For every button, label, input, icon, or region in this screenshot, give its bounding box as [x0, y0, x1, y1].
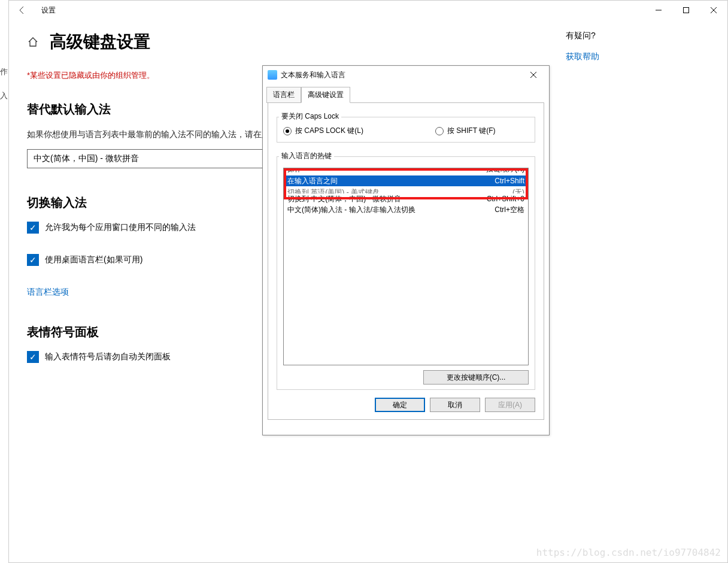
cutoff-text: 作 入 [0, 60, 9, 299]
tab-advanced-keys[interactable]: 高级键设置 [301, 87, 350, 103]
hotkey-header: 操作按键顺序(K) [284, 168, 528, 175]
titlebar: 设置 [9, 1, 727, 20]
langbar-label: 使用桌面语言栏(如果可用) [45, 255, 142, 265]
window-title: 设置 [41, 5, 56, 16]
checkbox-checked-icon: ✓ [27, 351, 39, 363]
default-ime-combo[interactable]: 中文(简体，中国) - 微软拼音 [27, 149, 264, 168]
get-help-link[interactable]: 获取帮助 [566, 52, 599, 61]
checkbox-checked-icon: ✓ [27, 222, 39, 234]
help-question: 有疑问? [566, 31, 709, 41]
back-button[interactable] [9, 1, 35, 20]
radio-icon [435, 127, 444, 135]
tab-panel: 要关闭 Caps Lock 按 CAPS LOCK 键(L) 按 SHIFT 键… [268, 102, 544, 420]
emoji-label: 输入表情符号后请勿自动关闭面板 [45, 352, 171, 362]
keyboard-icon [268, 70, 277, 80]
radio-shift[interactable]: 按 SHIFT 键(F) [435, 126, 495, 136]
dialog-titlebar: 文本服务和输入语言 [263, 66, 549, 84]
capslock-legend: 要关闭 Caps Lock [279, 111, 341, 122]
watermark: https://blog.csdn.net/io97704842 [536, 547, 721, 558]
hotkeys-legend: 输入语言的热键 [279, 151, 334, 161]
minimize-button[interactable] [645, 1, 672, 20]
combo-value: 中文(简体，中国) - 微软拼音 [34, 153, 139, 164]
langbar-options-link[interactable]: 语言栏选项 [27, 287, 69, 298]
page-title: 高级键盘设置 [50, 31, 150, 53]
dialog-close-button[interactable] [523, 66, 544, 83]
maximize-button[interactable] [672, 1, 700, 20]
cancel-button[interactable]: 取消 [430, 398, 480, 412]
hotkey-row[interactable]: 切换到 中文(简体，中国) - 微软拼音Ctrl+Shift+0 [284, 193, 528, 204]
hotkey-row-selected[interactable]: 在输入语言之间Ctrl+Shift [284, 175, 528, 186]
radio-selected-icon [283, 127, 292, 135]
perapp-label: 允许我为每个应用窗口使用不同的输入法 [45, 222, 196, 233]
radio-capslock[interactable]: 按 CAPS LOCK 键(L) [283, 126, 363, 136]
svg-rect-1 [684, 8, 689, 13]
dialog-title: 文本服务和输入语言 [281, 70, 345, 80]
hotkey-row[interactable]: 切换到 英语(美国) - 美式键盘(无) [284, 186, 528, 193]
change-key-sequence-button[interactable]: 更改按键顺序(C)... [423, 370, 529, 385]
home-icon[interactable] [27, 36, 39, 48]
checkbox-checked-icon: ✓ [27, 254, 39, 266]
ok-button[interactable]: 确定 [375, 398, 425, 412]
hotkey-row[interactable]: 中文(简体)输入法 - 输入法/非输入法切换Ctrl+空格 [284, 204, 528, 215]
hotkey-list[interactable]: 操作按键顺序(K) 在输入语言之间Ctrl+Shift 切换到 英语(美国) -… [283, 168, 529, 365]
text-services-dialog: 文本服务和输入语言 语言栏 高级键设置 要关闭 Caps Lock 按 CAPS… [262, 65, 550, 435]
close-button[interactable] [700, 1, 727, 20]
apply-button[interactable]: 应用(A) [485, 398, 535, 412]
tab-language-bar[interactable]: 语言栏 [266, 87, 301, 103]
